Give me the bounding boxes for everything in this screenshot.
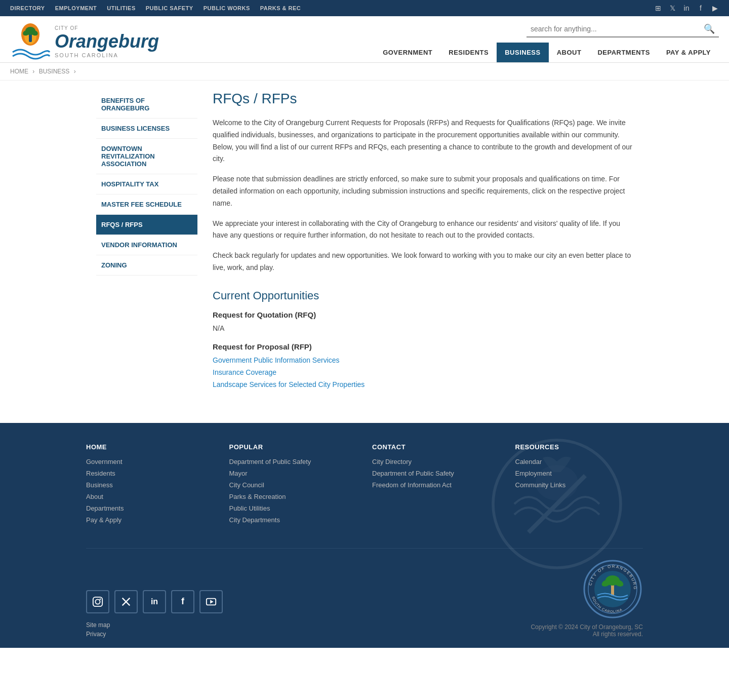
footer-contact-heading: CONTACT — [372, 443, 500, 451]
footer-social: in f — [86, 590, 223, 613]
footer-instagram-icon[interactable] — [86, 590, 109, 613]
footer-popular-dept-safety[interactable]: Department of Public Safety — [229, 458, 357, 465]
footer-home-about[interactable]: About — [86, 493, 214, 500]
footer-home-col: HOME Government Residents Business About… — [86, 443, 214, 528]
topbar-link-parks[interactable]: PARKS & REC — [260, 5, 301, 11]
sidebar-vendor[interactable]: VENDOR INFORMATION — [96, 235, 197, 255]
sidebar-licenses[interactable]: BUSINESS LICENSES — [96, 119, 197, 139]
intro-text-2: Please note that submission deadlines ar… — [213, 173, 633, 209]
sidebar-fee[interactable]: MASTER FEE SCHEDULE — [96, 195, 197, 215]
footer-watermark — [486, 433, 628, 575]
svg-rect-8 — [93, 597, 102, 606]
search-input[interactable] — [531, 25, 704, 33]
search-icon[interactable]: 🔍 — [704, 23, 715, 34]
footer-home-residents[interactable]: Residents — [86, 470, 214, 477]
footer-popular-depts[interactable]: City Departments — [229, 516, 357, 524]
footer-popular-heading: POPULAR — [229, 443, 357, 451]
footer-privacy-link[interactable]: Privacy — [86, 631, 223, 638]
topbar-link-public-works[interactable]: PUBLIC WORKS — [204, 5, 250, 11]
main-nav: GOVERNMENT RESIDENTS BUSINESS ABOUT DEPA… — [375, 43, 719, 62]
sidebar-zoning[interactable]: ZONING — [96, 255, 197, 276]
main-content: RFQs / RFPs Welcome to the City of Orang… — [213, 91, 633, 393]
svg-point-10 — [100, 598, 101, 600]
rfq-label: Request for Quotation (RFQ) — [213, 310, 633, 319]
footer-popular-council[interactable]: City Council — [229, 481, 357, 489]
footer-home-departments[interactable]: Departments — [86, 504, 214, 512]
footer-bottom-left: in f Site map Privacy — [86, 590, 223, 638]
topbar-link-directory[interactable]: DIRECTORY — [10, 5, 45, 11]
footer-sitemap-link[interactable]: Site map — [86, 621, 223, 629]
twitter-icon[interactable]: 𝕏 — [668, 4, 676, 12]
youtube-icon[interactable]: ▶ — [711, 4, 719, 12]
logo-text: CITY OF Orangeburg SOUTH CAROLINA — [55, 25, 159, 58]
state-label: SOUTH CAROLINA — [55, 52, 159, 58]
nav-departments[interactable]: DEPARTMENTS — [589, 43, 658, 62]
content-wrapper: BENEFITS OF ORANGEBURG BUSINESS LICENSES… — [86, 81, 643, 403]
footer-popular-utilities[interactable]: Public Utilities — [229, 504, 357, 512]
rfp-link-2[interactable]: Insurance Coverage — [213, 368, 633, 376]
footer-linkedin-icon[interactable]: in — [143, 590, 166, 613]
intro-text-1: Welcome to the City of Orangeburg Curren… — [213, 117, 633, 165]
footer-home-business[interactable]: Business — [86, 481, 214, 489]
footer-popular-mayor[interactable]: Mayor — [229, 470, 357, 477]
top-bar-social: ⊞ 𝕏 in f ▶ — [654, 4, 719, 12]
sidebar: BENEFITS OF ORANGEBURG BUSINESS LICENSES… — [96, 91, 197, 393]
topbar-link-employment[interactable]: EMPLOYMENT — [55, 5, 97, 11]
top-bar-links: DIRECTORY EMPLOYMENT UTILITIES PUBLIC SA… — [10, 5, 301, 11]
breadcrumb-business[interactable]: BUSINESS — [39, 68, 70, 75]
sidebar-rfqs[interactable]: RFQS / RFPS — [96, 215, 197, 235]
nav-government[interactable]: GOVERNMENT — [375, 43, 440, 62]
sidebar-hospitality[interactable]: HOSPITALITY TAX — [96, 174, 197, 195]
intro-text-3: We appreciate your interest in collabora… — [213, 218, 633, 242]
logo-area: CITY OF Orangeburg SOUTH CAROLINA — [10, 22, 159, 62]
sidebar-benefits[interactable]: BENEFITS OF ORANGEBURG — [96, 91, 197, 119]
rfp-link-1[interactable]: Government Public Information Services — [213, 356, 633, 364]
breadcrumb: HOME › BUSINESS › — [0, 63, 729, 81]
footer-popular-col: POPULAR Department of Public Safety Mayo… — [229, 443, 357, 528]
header: CITY OF Orangeburg SOUTH CAROLINA 🔍 GOVE… — [0, 16, 729, 63]
header-right: 🔍 GOVERNMENT RESIDENTS BUSINESS ABOUT DE… — [375, 21, 719, 62]
nav-about[interactable]: ABOUT — [549, 43, 590, 62]
footer-contact-dept-safety[interactable]: Department of Public Safety — [372, 470, 500, 477]
facebook-icon[interactable]: f — [697, 4, 705, 12]
top-bar: DIRECTORY EMPLOYMENT UTILITIES PUBLIC SA… — [0, 0, 729, 16]
nav-residents[interactable]: RESIDENTS — [440, 43, 497, 62]
footer-contact-directory[interactable]: City Directory — [372, 458, 500, 465]
linkedin-icon[interactable]: in — [682, 4, 691, 12]
breadcrumb-sep2: › — [74, 68, 76, 75]
city-of-label: CITY OF — [55, 25, 159, 31]
logo-icon — [10, 22, 51, 62]
city-name: Orangeburg — [55, 31, 159, 52]
topbar-link-public-safety[interactable]: PUBLIC SAFETY — [146, 5, 193, 11]
rfp-link-3[interactable]: Landscape Services for Selected City Pro… — [213, 380, 633, 388]
footer-copyright: Copyright © 2024 City of Orangeburg, SC … — [531, 624, 643, 638]
rfq-value: N/A — [213, 324, 633, 332]
nav-pay-apply[interactable]: PAY & APPLY — [658, 43, 719, 62]
footer-facebook-icon[interactable]: f — [171, 590, 194, 613]
topbar-link-utilities[interactable]: UTILITIES — [107, 5, 135, 11]
page-title: RFQs / RFPs — [213, 91, 633, 107]
footer-home-government[interactable]: Government — [86, 458, 214, 465]
footer-youtube-icon[interactable] — [199, 590, 223, 613]
sidebar-downtown[interactable]: DOWNTOWN REVITALIZATION ASSOCIATION — [96, 139, 197, 174]
footer-links-bottom: Site map Privacy — [86, 621, 223, 638]
footer-home-pay[interactable]: Pay & Apply — [86, 516, 214, 524]
svg-point-9 — [95, 599, 100, 604]
footer-contact-col: CONTACT City Directory Department of Pub… — [372, 443, 500, 528]
nav-business[interactable]: BUSINESS — [497, 43, 548, 62]
current-opps-title: Current Opportunities — [213, 289, 633, 302]
footer: HOME Government Residents Business About… — [0, 423, 729, 648]
footer-home-heading: HOME — [86, 443, 214, 451]
footer-twitter-icon[interactable] — [114, 590, 138, 613]
footer-popular-parks[interactable]: Parks & Recreation — [229, 493, 357, 500]
footer-contact-foia[interactable]: Freedom of Information Act — [372, 481, 500, 489]
search-bar: 🔍 — [526, 21, 719, 37]
breadcrumb-sep1: › — [32, 68, 34, 75]
instagram-icon[interactable]: ⊞ — [654, 4, 662, 12]
breadcrumb-home[interactable]: HOME — [10, 68, 28, 75]
intro-text-4: Check back regularly for updates and new… — [213, 250, 633, 274]
rfp-label: Request for Proposal (RFP) — [213, 342, 633, 351]
